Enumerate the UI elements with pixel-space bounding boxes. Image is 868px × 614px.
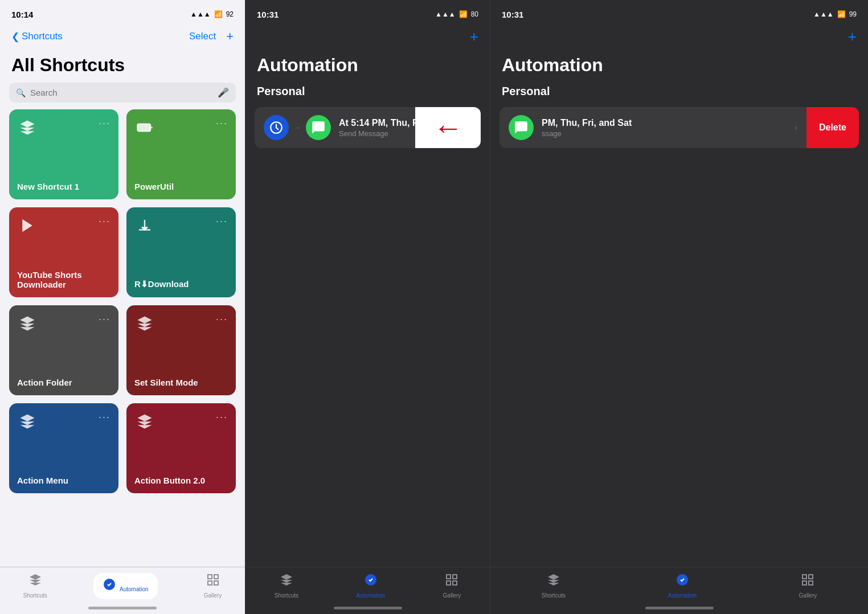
delete-button[interactable]: Delete	[806, 107, 859, 148]
automation-title-3: PM, Thu, Fri, and Sat	[542, 118, 787, 128]
card-icon-layers2	[134, 313, 155, 334]
nav-bar-1: ❮ Shortcuts Select +	[0, 25, 245, 50]
card-icon-play	[17, 215, 38, 236]
card-more-btn[interactable]: ···	[216, 411, 228, 423]
automation-tab-icon-3	[675, 573, 689, 590]
tab-gallery-2[interactable]: Gallery	[443, 573, 461, 599]
automation-row-3[interactable]: PM, Thu, Fri, and Sat ssage ›	[499, 107, 806, 148]
back-button-1[interactable]: ❮ Shortcuts	[11, 31, 63, 43]
card-header: ···	[134, 411, 228, 432]
shortcut-card-powerutil[interactable]: ··· PowerUtil	[126, 109, 236, 199]
tab-shortcuts-2[interactable]: Shortcuts	[275, 573, 298, 599]
shortcut-card-youtube-shorts[interactable]: ··· YouTube Shorts Downloader	[9, 207, 118, 297]
card-more-btn[interactable]: ···	[216, 117, 228, 129]
nav-bar-3: +	[490, 25, 868, 50]
tab-gallery-3[interactable]: Gallery	[799, 573, 817, 599]
messages-icon-circle	[306, 115, 331, 140]
wifi-icon-2: 📶	[459, 10, 468, 18]
tab-shortcuts-1[interactable]: Shortcuts	[23, 573, 47, 599]
tab-label-gallery-2: Gallery	[443, 592, 461, 599]
card-more-btn[interactable]: ···	[216, 215, 228, 227]
svg-marker-1	[22, 219, 32, 232]
signal-icon-1: ▲▲▲	[190, 10, 211, 18]
status-icons-1: ▲▲▲ 📶 92	[190, 10, 234, 18]
wifi-icon-3: 📶	[837, 10, 846, 18]
tab-label-automation-2: Automation	[356, 592, 385, 599]
add-automation-button[interactable]: +	[470, 28, 478, 46]
card-label: Action Folder	[17, 378, 110, 387]
add-automation-button-3[interactable]: +	[848, 28, 857, 46]
wifi-icon-1: 📶	[214, 10, 223, 18]
tab-automation-1[interactable]: Automation	[93, 573, 158, 599]
card-label: New Shortcut 1	[17, 182, 110, 191]
card-icon-layers4	[134, 411, 155, 432]
panel-automation-delete: 10:31 ▲▲▲ 📶 99 + Automation Personal PM,…	[490, 0, 868, 614]
card-more-btn[interactable]: ···	[99, 117, 110, 129]
page-title-2: Automation	[245, 50, 490, 83]
card-label: R⬇Download	[134, 279, 228, 289]
card-more-btn[interactable]: ···	[99, 411, 110, 423]
time-icon-circle	[264, 115, 289, 140]
shortcut-card-action-menu[interactable]: ··· Action Menu	[9, 403, 118, 493]
card-header: ···	[134, 313, 228, 334]
svg-rect-5	[208, 581, 212, 585]
nav-bar-2: +	[245, 25, 490, 50]
shortcut-card-action-button[interactable]: ··· Action Button 2.0	[126, 403, 236, 493]
svg-rect-12	[453, 581, 457, 585]
shortcut-card-action-folder[interactable]: ··· Action Folder	[9, 305, 118, 395]
delete-label: Delete	[819, 122, 846, 133]
tab-shortcuts-3[interactable]: Shortcuts	[542, 573, 566, 599]
card-icon-download	[134, 215, 155, 236]
card-label: PowerUtil	[134, 182, 228, 191]
home-indicator-2	[334, 607, 402, 609]
tab-label-shortcuts: Shortcuts	[23, 592, 47, 599]
card-icon-battery	[134, 117, 155, 138]
arrow-icon: →	[293, 123, 301, 132]
card-header: ···	[17, 313, 110, 334]
svg-rect-3	[208, 575, 212, 579]
select-button[interactable]: Select	[189, 31, 216, 42]
mic-icon-1: 🎤	[218, 87, 229, 98]
card-more-btn[interactable]: ···	[99, 313, 110, 325]
row-chevron-icon: ›	[795, 122, 797, 133]
svg-rect-0	[138, 124, 151, 132]
shortcut-card-set-silent-mode[interactable]: ··· Set Silent Mode	[126, 305, 236, 395]
tab-label-gallery-3: Gallery	[799, 592, 817, 599]
svg-rect-11	[447, 581, 451, 585]
card-icon-layers	[17, 313, 38, 334]
gallery-tab-icon-2	[445, 573, 458, 590]
svg-rect-17	[809, 581, 813, 585]
shortcut-card-ridownload[interactable]: ··· R⬇Download	[126, 207, 236, 297]
section-label-3: Personal	[490, 83, 868, 107]
card-label: Action Button 2.0	[134, 476, 228, 485]
tab-label-shortcuts-2: Shortcuts	[275, 592, 298, 599]
nav-actions-1: Select +	[189, 29, 234, 44]
tab-gallery-1[interactable]: Gallery	[204, 573, 222, 599]
tab-active-bg: Automation	[93, 573, 158, 599]
card-label: YouTube Shorts Downloader	[17, 270, 110, 289]
page-title-1: All Shortcuts	[0, 50, 245, 83]
card-header: ···	[134, 215, 228, 236]
status-bar-1: 10:14 ▲▲▲ 📶 92	[0, 0, 245, 25]
automation-row-container-3: PM, Thu, Fri, and Sat ssage › Delete	[499, 107, 859, 148]
time-3: 10:31	[502, 10, 523, 19]
svg-rect-14	[803, 575, 806, 579]
back-label: Shortcuts	[22, 31, 63, 42]
card-header: ···	[134, 117, 228, 138]
search-input-1[interactable]	[30, 88, 213, 97]
search-bar-1[interactable]: 🔍 🎤	[9, 83, 236, 103]
add-shortcut-button[interactable]: +	[226, 29, 234, 44]
tab-automation-3[interactable]: Automation	[668, 573, 697, 599]
card-label: Set Silent Mode	[134, 378, 228, 387]
card-more-btn[interactable]: ···	[216, 313, 228, 325]
chevron-left-icon: ❮	[11, 31, 19, 43]
shortcut-card-new-shortcut-1[interactable]: ··· New Shortcut 1	[9, 109, 118, 199]
card-more-btn[interactable]: ···	[99, 215, 110, 227]
search-icon-1: 🔍	[16, 88, 26, 97]
shortcuts-tab-icon-2	[280, 573, 293, 590]
automation-subtitle-3: ssage	[542, 129, 787, 138]
tab-automation-2[interactable]: Automation	[356, 573, 385, 599]
auto-icon-group: →	[264, 115, 331, 140]
home-indicator-3	[645, 607, 714, 609]
gallery-tab-icon-3	[801, 573, 814, 590]
